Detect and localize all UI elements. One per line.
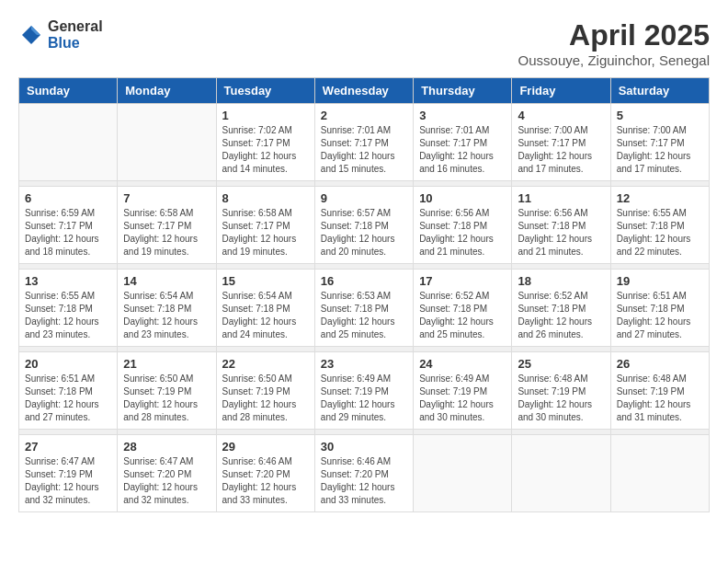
sunset-text: Sunset: 7:19 PM <box>419 386 487 396</box>
sunrise-text: Sunrise: 7:01 AM <box>321 125 391 135</box>
table-row: 29Sunrise: 6:46 AMSunset: 7:20 PMDayligh… <box>216 435 314 512</box>
sunrise-text: Sunrise: 6:55 AM <box>25 291 95 301</box>
day-info: Sunrise: 6:54 AMSunset: 7:18 PMDaylight:… <box>222 290 309 341</box>
sunset-text: Sunset: 7:18 PM <box>419 221 487 231</box>
day-number: 21 <box>123 357 210 371</box>
table-row: 25Sunrise: 6:48 AMSunset: 7:19 PMDayligh… <box>512 352 610 430</box>
sunrise-text: Sunrise: 6:49 AM <box>321 373 391 384</box>
table-row: 19Sunrise: 6:51 AMSunset: 7:18 PMDayligh… <box>610 270 709 347</box>
day-number: 9 <box>321 191 407 205</box>
logo: General Blue <box>18 18 103 51</box>
day-number: 30 <box>321 440 407 454</box>
table-row: 1Sunrise: 7:02 AMSunset: 7:17 PMDaylight… <box>216 104 314 181</box>
main-title: April 2025 <box>518 18 710 52</box>
day-number: 27 <box>25 440 111 454</box>
col-wednesday: Wednesday <box>314 78 413 104</box>
table-row: 7Sunrise: 6:58 AMSunset: 7:17 PMDaylight… <box>118 187 216 264</box>
day-info: Sunrise: 6:50 AMSunset: 7:19 PMDaylight:… <box>123 373 210 424</box>
sunrise-text: Sunrise: 6:57 AM <box>321 208 391 218</box>
logo-general: General <box>48 18 103 35</box>
table-row <box>512 435 610 512</box>
sunrise-text: Sunrise: 6:58 AM <box>222 208 292 218</box>
day-number: 20 <box>25 357 111 371</box>
sunset-text: Sunset: 7:18 PM <box>419 304 487 314</box>
day-number: 26 <box>617 357 703 371</box>
sunset-text: Sunset: 7:18 PM <box>617 221 685 231</box>
sunrise-text: Sunrise: 6:54 AM <box>222 291 292 301</box>
day-number: 8 <box>222 191 309 205</box>
daylight-text: Daylight: 12 hours and 25 minutes. <box>419 316 494 339</box>
day-info: Sunrise: 6:47 AMSunset: 7:20 PMDaylight:… <box>123 455 210 507</box>
day-info: Sunrise: 7:01 AMSunset: 7:17 PMDaylight:… <box>419 124 506 176</box>
daylight-text: Daylight: 12 hours and 17 minutes. <box>518 151 592 174</box>
daylight-text: Daylight: 12 hours and 16 minutes. <box>419 151 494 174</box>
daylight-text: Daylight: 12 hours and 17 minutes. <box>617 151 691 174</box>
daylight-text: Daylight: 12 hours and 33 minutes. <box>222 482 297 505</box>
daylight-text: Daylight: 12 hours and 19 minutes. <box>222 234 297 257</box>
sunrise-text: Sunrise: 6:50 AM <box>123 373 193 384</box>
sunrise-text: Sunrise: 6:52 AM <box>518 291 587 301</box>
sunset-text: Sunset: 7:19 PM <box>222 386 290 396</box>
sunset-text: Sunset: 7:18 PM <box>617 304 685 314</box>
daylight-text: Daylight: 12 hours and 21 minutes. <box>518 234 592 257</box>
sunset-text: Sunset: 7:18 PM <box>518 304 586 314</box>
day-number: 18 <box>518 274 604 288</box>
day-number: 25 <box>518 357 604 371</box>
table-row: 13Sunrise: 6:55 AMSunset: 7:18 PMDayligh… <box>19 270 118 347</box>
day-info: Sunrise: 7:01 AMSunset: 7:17 PMDaylight:… <box>321 124 407 176</box>
daylight-text: Daylight: 12 hours and 27 minutes. <box>617 316 691 339</box>
calendar-week-row: 6Sunrise: 6:59 AMSunset: 7:17 PMDaylight… <box>19 187 710 264</box>
table-row: 26Sunrise: 6:48 AMSunset: 7:19 PMDayligh… <box>610 352 709 430</box>
sunset-text: Sunset: 7:19 PM <box>123 386 191 396</box>
day-number: 15 <box>222 274 309 288</box>
daylight-text: Daylight: 12 hours and 32 minutes. <box>123 482 198 505</box>
day-info: Sunrise: 6:49 AMSunset: 7:19 PMDaylight:… <box>321 373 407 424</box>
day-info: Sunrise: 6:46 AMSunset: 7:20 PMDaylight:… <box>222 455 309 507</box>
day-number: 17 <box>419 274 506 288</box>
day-number: 10 <box>419 191 506 205</box>
day-info: Sunrise: 6:59 AMSunset: 7:17 PMDaylight:… <box>25 207 111 259</box>
sunrise-text: Sunrise: 6:55 AM <box>617 208 687 218</box>
col-tuesday: Tuesday <box>216 78 314 104</box>
day-info: Sunrise: 7:02 AMSunset: 7:17 PMDaylight:… <box>222 124 309 176</box>
sunset-text: Sunset: 7:17 PM <box>123 221 191 231</box>
sunrise-text: Sunrise: 6:53 AM <box>321 291 391 301</box>
sunrise-text: Sunrise: 6:58 AM <box>123 208 193 218</box>
sunset-text: Sunset: 7:17 PM <box>419 138 487 148</box>
sunrise-text: Sunrise: 6:56 AM <box>518 208 587 218</box>
table-row: 20Sunrise: 6:51 AMSunset: 7:18 PMDayligh… <box>19 352 118 430</box>
sunrise-text: Sunrise: 6:49 AM <box>419 373 489 384</box>
day-info: Sunrise: 6:50 AMSunset: 7:19 PMDaylight:… <box>222 373 309 424</box>
table-row: 18Sunrise: 6:52 AMSunset: 7:18 PMDayligh… <box>512 270 610 347</box>
sunrise-text: Sunrise: 6:52 AM <box>419 291 489 301</box>
daylight-text: Daylight: 12 hours and 28 minutes. <box>222 399 297 422</box>
daylight-text: Daylight: 12 hours and 19 minutes. <box>123 234 198 257</box>
daylight-text: Daylight: 12 hours and 31 minutes. <box>617 399 691 422</box>
sunset-text: Sunset: 7:18 PM <box>321 304 389 314</box>
day-number: 16 <box>321 274 407 288</box>
day-number: 29 <box>222 440 309 454</box>
day-info: Sunrise: 6:52 AMSunset: 7:18 PMDaylight:… <box>419 290 506 341</box>
daylight-text: Daylight: 12 hours and 28 minutes. <box>123 399 198 422</box>
table-row: 12Sunrise: 6:55 AMSunset: 7:18 PMDayligh… <box>610 187 709 264</box>
sunset-text: Sunset: 7:17 PM <box>518 138 586 148</box>
day-info: Sunrise: 6:48 AMSunset: 7:19 PMDaylight:… <box>518 373 604 424</box>
table-row: 2Sunrise: 7:01 AMSunset: 7:17 PMDaylight… <box>314 104 413 181</box>
daylight-text: Daylight: 12 hours and 24 minutes. <box>222 316 297 339</box>
sunset-text: Sunset: 7:20 PM <box>321 469 389 479</box>
table-row: 14Sunrise: 6:54 AMSunset: 7:18 PMDayligh… <box>118 270 216 347</box>
col-thursday: Thursday <box>414 78 512 104</box>
logo-blue: Blue <box>48 35 103 52</box>
sunrise-text: Sunrise: 6:47 AM <box>25 456 95 466</box>
day-number: 22 <box>222 357 309 371</box>
col-monday: Monday <box>118 78 216 104</box>
table-row: 9Sunrise: 6:57 AMSunset: 7:18 PMDaylight… <box>314 187 413 264</box>
sunset-text: Sunset: 7:20 PM <box>123 469 191 479</box>
table-row: 22Sunrise: 6:50 AMSunset: 7:19 PMDayligh… <box>216 352 314 430</box>
table-row <box>610 435 709 512</box>
table-row: 27Sunrise: 6:47 AMSunset: 7:19 PMDayligh… <box>19 435 118 512</box>
daylight-text: Daylight: 12 hours and 30 minutes. <box>518 399 592 422</box>
sunrise-text: Sunrise: 6:51 AM <box>617 291 687 301</box>
day-info: Sunrise: 6:51 AMSunset: 7:18 PMDaylight:… <box>617 290 703 341</box>
table-row: 5Sunrise: 7:00 AMSunset: 7:17 PMDaylight… <box>610 104 709 181</box>
